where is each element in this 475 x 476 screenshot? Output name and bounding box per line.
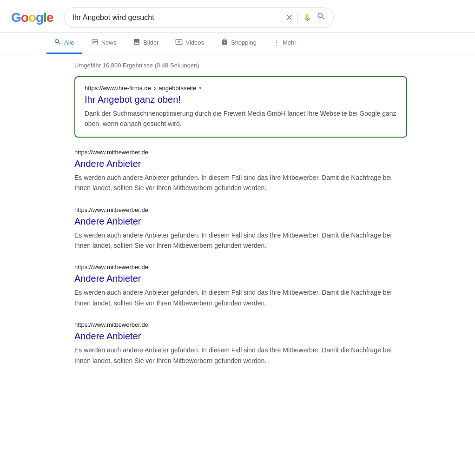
tab-mehr[interactable]: ⋮ Mehr — [266, 33, 304, 53]
result-url-text-2: https://www.mitbewerber.de — [74, 264, 148, 271]
result-url-1: https://www.mitbewerber.de — [74, 206, 407, 213]
featured-title[interactable]: Ihr Angebot ganz oben! — [85, 93, 397, 106]
featured-result: https://www.ihre-firma.de › angebotsseit… — [74, 76, 407, 138]
results-area: Umgefähr 16.800 Ergebnisse (0,48 Sekunde… — [0, 54, 418, 386]
logo-g: G — [11, 10, 21, 25]
result-url-3: https://www.mitbewerber.de — [74, 321, 407, 328]
tab-news-label: News — [101, 39, 117, 46]
featured-url-text: https://www.ihre-firma.de — [85, 85, 151, 92]
search-divider — [297, 12, 298, 23]
tab-alle[interactable]: Alle — [46, 33, 82, 54]
result-snippet-1: Es werden auch andere Anbieter gefunden.… — [74, 230, 407, 251]
videos-icon — [175, 38, 183, 47]
search-input[interactable]: Ihr Angebot wird gesucht — [72, 13, 282, 22]
logo-e: e — [46, 10, 53, 25]
tab-shopping-label: Shopping — [231, 39, 257, 46]
tab-bilder-label: Bilder — [143, 39, 158, 46]
featured-snippet: Dank der Suchmaschinenoptimierung durch … — [85, 108, 397, 129]
result-url-text-3: https://www.mitbewerber.de — [74, 321, 148, 328]
logo-l: l — [43, 10, 46, 25]
tab-videos[interactable]: Videos — [168, 33, 211, 54]
result-snippet-0: Es werden auch andere Anbieter gefunden.… — [74, 172, 407, 193]
tab-mehr-label: Mehr — [283, 39, 297, 46]
result-title-2[interactable]: Andere Anbieter — [74, 272, 407, 284]
result-item-0: https://www.mitbewerber.de Andere Anbiet… — [74, 149, 407, 193]
result-title-3[interactable]: Andere Anbieter — [74, 330, 407, 342]
result-url-text-0: https://www.mitbewerber.de — [74, 149, 148, 156]
result-title-1[interactable]: Andere Anbieter — [74, 215, 407, 227]
header: Google Ihr Angebot wird gesucht ✕ — [0, 0, 475, 33]
logo-o1: o — [21, 10, 28, 25]
featured-breadcrumb: angebotsseite — [158, 85, 196, 92]
tab-news[interactable]: News — [84, 33, 124, 54]
search-bar-icons: ✕ — [286, 12, 326, 23]
result-url-0: https://www.mitbewerber.de — [74, 149, 407, 156]
mehr-icon: ⋮ — [273, 39, 280, 46]
news-icon — [91, 38, 99, 47]
featured-breadcrumb-separator: › — [154, 85, 156, 92]
result-item-2: https://www.mitbewerber.de Andere Anbiet… — [74, 264, 407, 308]
search-submit-icon[interactable] — [317, 12, 326, 23]
result-snippet-2: Es werden auch andere Anbieter gefunden.… — [74, 287, 407, 308]
google-logo: Google — [11, 10, 53, 25]
tab-alle-label: Alle — [64, 39, 74, 46]
logo-g2: g — [36, 10, 43, 25]
bilder-icon — [133, 38, 140, 47]
alle-icon — [54, 38, 61, 47]
featured-dropdown-icon[interactable]: ▾ — [199, 85, 202, 91]
results-stats: Umgefähr 16.800 Ergebnisse (0,48 Sekunde… — [74, 62, 407, 69]
tab-videos-label: Videos — [185, 39, 204, 46]
result-url-text-1: https://www.mitbewerber.de — [74, 206, 148, 213]
result-title-0[interactable]: Andere Anbieter — [74, 158, 407, 170]
clear-icon[interactable]: ✕ — [286, 13, 293, 23]
search-bar: Ihr Angebot wird gesucht ✕ — [64, 7, 334, 27]
mic-icon[interactable] — [303, 13, 312, 22]
logo-o2: o — [28, 10, 36, 25]
result-snippet-3: Es werden auch andere Anbieter gefunden.… — [74, 345, 407, 366]
result-item-3: https://www.mitbewerber.de Andere Anbiet… — [74, 321, 407, 366]
tab-shopping[interactable]: Shopping — [213, 33, 264, 54]
featured-url: https://www.ihre-firma.de › angebotsseit… — [85, 85, 397, 92]
result-item-1: https://www.mitbewerber.de Andere Anbiet… — [74, 206, 407, 251]
tab-bilder[interactable]: Bilder — [125, 33, 166, 54]
shopping-icon — [221, 38, 228, 47]
nav-tabs: Alle News Bilder Videos Shopping ⋮ Mehr — [0, 33, 475, 54]
result-url-2: https://www.mitbewerber.de — [74, 264, 407, 271]
